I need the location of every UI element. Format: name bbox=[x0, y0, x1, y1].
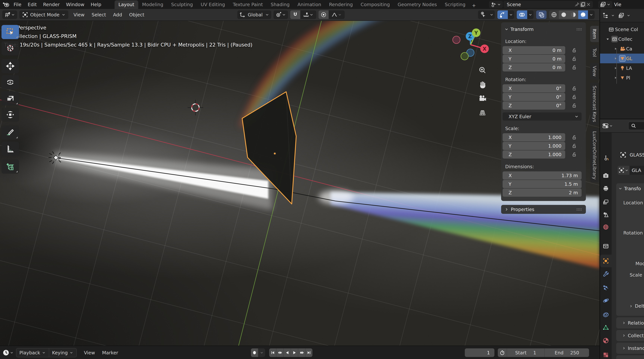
location-x-field[interactable]: X0 m bbox=[502, 46, 565, 54]
scale-z-field[interactable]: Z1.000 bbox=[502, 150, 565, 159]
lock-icon[interactable] bbox=[571, 152, 577, 157]
properties-collapsed-panel[interactable]: Properties bbox=[501, 205, 586, 214]
shading-material-button[interactable] bbox=[568, 10, 578, 19]
tool-move[interactable] bbox=[2, 59, 19, 73]
dimensions-y-field[interactable]: Y1.5 m bbox=[502, 180, 582, 188]
start-frame-field[interactable]: Start1 bbox=[507, 349, 544, 357]
play-button[interactable] bbox=[290, 349, 298, 357]
play-reverse-button[interactable] bbox=[283, 349, 290, 357]
workspace-tab-uv-editing[interactable]: UV Editing bbox=[197, 0, 229, 9]
overlays-dropdown[interactable] bbox=[527, 10, 534, 19]
outliner-row-light[interactable]: LA bbox=[600, 63, 644, 73]
tab-texture[interactable] bbox=[602, 352, 609, 358]
workspace-tab-animation[interactable]: Animation bbox=[294, 0, 325, 9]
view-layer-selector[interactable] bbox=[598, 1, 612, 8]
tab-tool[interactable] bbox=[602, 155, 609, 161]
menu-file[interactable]: File bbox=[10, 1, 24, 8]
workspace-tab-layout[interactable]: Layout bbox=[114, 0, 138, 9]
outliner-row-scene-collection[interactable]: Scene Col bbox=[600, 24, 644, 34]
sidebar-tab-view[interactable]: View bbox=[590, 63, 599, 79]
transform-panel-header[interactable]: Transform bbox=[501, 25, 586, 33]
expand-icon[interactable] bbox=[612, 66, 619, 70]
use-preview-range-button[interactable] bbox=[498, 349, 507, 357]
lock-icon[interactable] bbox=[571, 135, 577, 140]
properties-editor-icon[interactable] bbox=[602, 122, 609, 129]
properties-search-field[interactable] bbox=[628, 121, 644, 130]
shading-dropdown[interactable] bbox=[588, 10, 595, 19]
tab-constraints[interactable] bbox=[602, 311, 609, 318]
workspace-tab-rendering[interactable]: Rendering bbox=[325, 0, 357, 9]
current-frame-field[interactable]: 1 bbox=[465, 349, 494, 357]
collections-panel[interactable]: Collecti bbox=[616, 330, 644, 341]
tool-rotate[interactable] bbox=[2, 75, 19, 89]
snap-toggle[interactable] bbox=[290, 10, 300, 19]
menu-edit[interactable]: Edit bbox=[24, 1, 40, 8]
sidebar-tab-screencast-keys[interactable]: Screencast Keys bbox=[590, 83, 599, 125]
shading-solid-button[interactable] bbox=[559, 10, 568, 19]
proportional-falloff-dropdown[interactable] bbox=[328, 10, 345, 19]
lock-icon[interactable] bbox=[571, 103, 577, 108]
location-y-field[interactable]: Y0 m bbox=[502, 55, 565, 63]
editor-type-button[interactable] bbox=[2, 10, 17, 19]
xray-toggle[interactable] bbox=[536, 10, 546, 19]
close-icon[interactable] bbox=[586, 2, 591, 7]
tool-transform[interactable] bbox=[2, 108, 19, 122]
datablock-type-button[interactable] bbox=[618, 166, 630, 175]
gizmo-axis-neg-x[interactable] bbox=[453, 36, 460, 43]
expand-icon[interactable] bbox=[612, 56, 619, 60]
relations-panel[interactable]: Relatio bbox=[616, 317, 644, 329]
workspace-tab-shading[interactable]: Shading bbox=[267, 0, 294, 9]
outliner-row-glass-prism[interactable]: GL bbox=[600, 54, 644, 63]
outliner-row-plane[interactable]: Pl bbox=[600, 73, 644, 83]
sidebar-tab-luxcore-library[interactable]: LuxCoreOnlineLibrary bbox=[590, 128, 599, 182]
outliner-display-mode-icon[interactable] bbox=[618, 12, 625, 19]
lock-icon[interactable] bbox=[571, 56, 577, 62]
show-overlays-toggle[interactable] bbox=[517, 10, 527, 19]
lock-icon[interactable] bbox=[571, 94, 577, 100]
blender-logo-icon[interactable] bbox=[2, 1, 10, 8]
tool-select-box[interactable] bbox=[2, 25, 19, 39]
outliner-editor-icon[interactable] bbox=[602, 12, 609, 19]
tool-add-cube[interactable] bbox=[2, 159, 19, 174]
record-button[interactable] bbox=[251, 349, 258, 357]
viewport-menu-add[interactable]: Add bbox=[110, 12, 126, 17]
transform-orientation-dropdown[interactable]: Global bbox=[237, 10, 271, 19]
rotation-z-field[interactable]: Z0° bbox=[502, 101, 565, 110]
tab-material[interactable] bbox=[602, 337, 609, 344]
dimensions-z-field[interactable]: Z2 m bbox=[502, 189, 582, 197]
viewport-menu-select[interactable]: Select bbox=[88, 12, 110, 17]
dimensions-x-field[interactable]: X1.73 m bbox=[502, 171, 582, 180]
workspace-tab-compositing[interactable]: Compositing bbox=[357, 0, 394, 9]
tab-render[interactable] bbox=[602, 172, 609, 179]
visibility-dropdown[interactable] bbox=[478, 10, 495, 19]
sidebar-tab-item[interactable]: Item bbox=[590, 26, 599, 42]
collapse-icon[interactable] bbox=[604, 37, 611, 41]
zoom-icon[interactable] bbox=[478, 66, 487, 75]
scale-y-field[interactable]: Y1.000 bbox=[502, 142, 565, 150]
snap-target-dropdown[interactable] bbox=[300, 10, 316, 19]
panel-grip[interactable] bbox=[576, 27, 583, 31]
camera-view-icon[interactable] bbox=[478, 94, 487, 103]
tab-collection[interactable] bbox=[602, 243, 609, 249]
rotation-y-field[interactable]: Y0° bbox=[502, 93, 565, 101]
rotation-mode-dropdown[interactable]: XYZ Euler bbox=[502, 112, 582, 121]
mode-dropdown[interactable]: Object Mode bbox=[19, 10, 68, 19]
proportional-editing-toggle[interactable] bbox=[318, 10, 328, 19]
menu-help[interactable]: Help bbox=[88, 1, 104, 8]
scene-name-field[interactable]: Scene bbox=[504, 1, 593, 8]
workspace-tab-scripting[interactable]: Scripting bbox=[441, 0, 469, 9]
scale-x-field[interactable]: X1.000 bbox=[502, 133, 565, 141]
panel-grip[interactable] bbox=[576, 208, 583, 211]
transform-panel-header[interactable]: Transfo bbox=[616, 183, 644, 194]
new-scene-icon[interactable] bbox=[580, 1, 586, 7]
outliner-row-collection[interactable]: Collec bbox=[600, 34, 644, 44]
viewport-menu-object[interactable]: Object bbox=[126, 12, 148, 17]
pin-icon[interactable] bbox=[574, 2, 580, 7]
jump-to-end-button[interactable] bbox=[305, 349, 312, 357]
keying-dropdown[interactable] bbox=[258, 349, 265, 357]
menu-render[interactable]: Render bbox=[40, 1, 63, 8]
lock-icon[interactable] bbox=[571, 143, 577, 149]
datablock-name-field[interactable]: GLA bbox=[630, 166, 644, 175]
shading-wireframe-button[interactable] bbox=[549, 10, 559, 19]
scene-browse-button[interactable] bbox=[489, 1, 503, 8]
